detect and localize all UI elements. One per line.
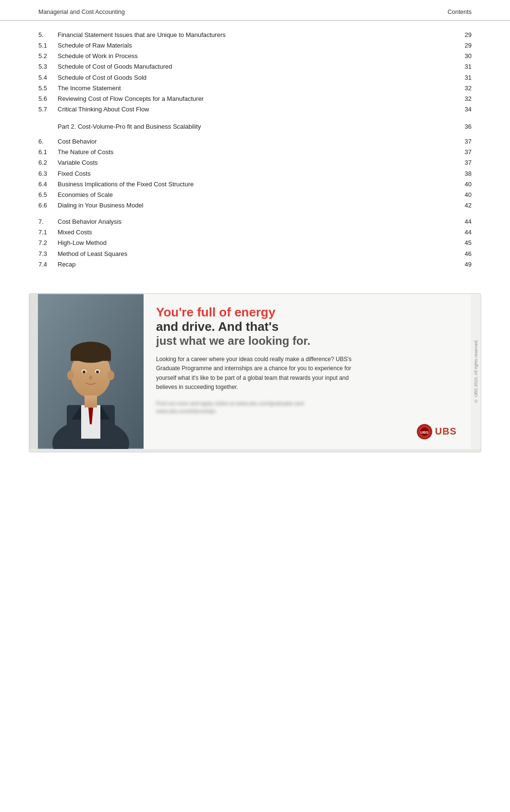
svg-rect-17 [85, 395, 97, 407]
toc-entry: 6.5 Economies of Scale 40 [38, 190, 472, 200]
toc-page: 32 [452, 84, 472, 93]
toc-entry: 5.6 Reviewing Cost of Flow Concepts for … [38, 94, 472, 104]
toc-page: 49 [452, 260, 472, 269]
toc-label: Schedule of Raw Materials [58, 41, 452, 50]
toc-entry: 6.6 Dialing in Your Business Model 42 [38, 201, 472, 210]
toc-page: 31 [452, 62, 472, 72]
toc-page: 44 [452, 228, 472, 237]
toc-label: Method of Least Squares [58, 249, 452, 259]
toc-entry: 5. Financial Statement Issues that are U… [38, 30, 472, 40]
ad-headline-line2: and drive. And that's [156, 320, 457, 334]
toc-page: 46 [452, 249, 472, 259]
toc-num: 7.4 [38, 260, 58, 269]
book-title: Managerial and Cost Accounting [38, 9, 125, 15]
toc-entry: 6.3 Fixed Costs 38 [38, 169, 472, 179]
toc-label: Dialing in Your Business Model [58, 201, 452, 210]
ad-logo-box: UBS UBS [417, 424, 457, 439]
ad-headline: You're full of energy and drive. And tha… [156, 305, 457, 347]
ad-left-strip [29, 294, 38, 449]
toc-num: 5.2 [38, 51, 58, 61]
ad-copyright: © UBS 2010. All rights reserved. [474, 339, 478, 403]
toc-section: 5. Financial Statement Issues that are U… [0, 30, 510, 269]
toc-num: 6. [38, 137, 58, 146]
svg-text:UBS: UBS [420, 430, 429, 435]
toc-entry: 5.5 The Income Statement 32 [38, 84, 472, 93]
page-header: Managerial and Cost Accounting Contents [0, 0, 510, 21]
svg-point-12 [89, 376, 92, 379]
ad-bottom-strip [29, 449, 481, 452]
toc-entry: 5.4 Schedule of Cost of Goods Sold 31 [38, 73, 472, 83]
toc-entry: 5.7 Critical Thinking About Cost Flow 34 [38, 105, 472, 114]
toc-entry: 5.2 Schedule of Work in Process 30 [38, 51, 472, 61]
toc-part-label: Part 2. Cost-Volume-Pro fit and Business… [38, 123, 452, 130]
ad-headline-line1: You're full of energy [156, 305, 457, 320]
toc-page: 37 [452, 147, 472, 157]
toc-entry: 6.2 Variable Costs 37 [38, 158, 472, 168]
ad-headline-line3: just what we are looking for. [156, 334, 457, 348]
toc-page: 44 [452, 217, 472, 227]
toc-page: 38 [452, 169, 472, 179]
toc-label: Economies of Scale [58, 190, 452, 200]
ad-right-strip: © UBS 2010. All rights reserved. [471, 294, 481, 449]
toc-entry: 6. Cost Behavior 37 [38, 137, 472, 146]
toc-entry: 7.3 Method of Least Squares 46 [38, 249, 472, 259]
ad-logo-area: UBS UBS [156, 424, 457, 439]
toc-page: 34 [452, 105, 472, 114]
toc-label: Variable Costs [58, 158, 452, 168]
toc-label: Schedule of Cost of Goods Sold [58, 73, 452, 83]
toc-entry: 6.4 Business Implications of the Fixed C… [38, 180, 472, 189]
toc-num: 5.7 [38, 105, 58, 114]
toc-num: 6.6 [38, 201, 58, 210]
toc-page: 45 [452, 238, 472, 248]
toc-num: 6.3 [38, 169, 58, 179]
toc-num: 5.4 [38, 73, 58, 83]
svg-point-13 [67, 370, 74, 380]
toc-page: 37 [452, 137, 472, 146]
toc-entry: 6.1 The Nature of Costs 37 [38, 147, 472, 157]
section-label: Contents [448, 9, 472, 15]
ad-body-text: Looking for a career where your ideas co… [156, 355, 367, 392]
toc-entry: 7.4 Recap 49 [38, 260, 472, 269]
toc-entry: 5.3 Schedule of Cost of Goods Manufactur… [38, 62, 472, 72]
svg-point-10 [83, 370, 85, 373]
svg-point-14 [108, 370, 114, 380]
toc-label: High-Low Method [58, 238, 452, 248]
ubs-logo-icon: UBS [417, 424, 432, 439]
toc-label: Mixed Costs [58, 228, 452, 237]
toc-num: 7.2 [38, 238, 58, 248]
toc-group-5: 5. Financial Statement Issues that are U… [38, 30, 472, 114]
toc-part-2: Part 2. Cost-Volume-Pro fit and Business… [38, 123, 472, 130]
toc-page: 32 [452, 94, 472, 104]
toc-label: The Income Statement [58, 84, 452, 93]
toc-page: 42 [452, 201, 472, 210]
toc-num: 5.5 [38, 84, 58, 93]
toc-page: 29 [452, 41, 472, 50]
toc-label: Cost Behavior Analysis [58, 217, 452, 227]
toc-label: Fixed Costs [58, 169, 452, 179]
toc-label: Schedule of Work in Process [58, 51, 452, 61]
toc-num: 7.3 [38, 249, 58, 259]
toc-num: 5.6 [38, 94, 58, 104]
toc-label: Reviewing Cost of Flow Concepts for a Ma… [58, 94, 452, 104]
toc-label: Business Implications of the Fixed Cost … [58, 180, 452, 189]
ad-person-image [38, 294, 144, 449]
toc-group-7: 6. Cost Behavior 37 6.1 The Nature of Co… [38, 137, 472, 210]
toc-label: Schedule of Cost of Goods Manufactured [58, 62, 452, 72]
ubs-logo-text: UBS [435, 426, 457, 437]
toc-page: 37 [452, 158, 472, 168]
toc-entry: 7. Cost Behavior Analysis 44 [38, 217, 472, 227]
ad-blurred-link: Find out more and apply online at www.ub… [156, 400, 348, 415]
toc-num: 7. [38, 217, 58, 227]
toc-num: 5.1 [38, 41, 58, 50]
toc-num: 6.2 [38, 158, 58, 168]
toc-num: 5. [38, 30, 58, 40]
advertisement-banner: You're full of energy and drive. And tha… [29, 293, 481, 452]
toc-part-page: 36 [452, 123, 472, 130]
toc-num: 7.1 [38, 228, 58, 237]
toc-page: 40 [452, 180, 472, 189]
toc-page: 31 [452, 73, 472, 83]
svg-point-11 [96, 370, 99, 373]
toc-page: 30 [452, 51, 472, 61]
toc-page: 40 [452, 190, 472, 200]
toc-num: 6.1 [38, 147, 58, 157]
